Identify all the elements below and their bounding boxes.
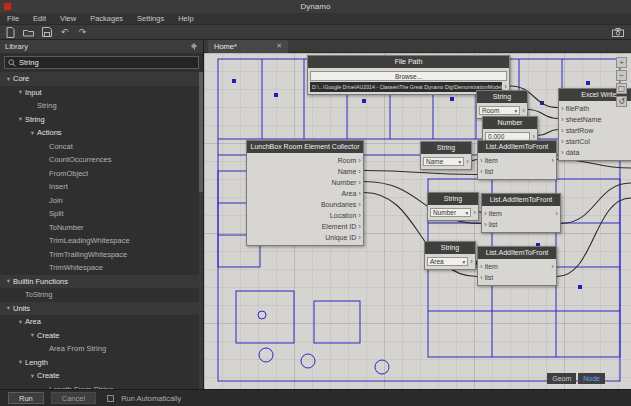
library-item-tostring[interactable]: ToString [0, 288, 203, 302]
export-image-button[interactable] [610, 26, 625, 38]
run-automatically-checkbox[interactable] [107, 395, 114, 402]
open-file-button[interactable] [21, 26, 36, 38]
node-string-area[interactable]: StringArea▾› [424, 241, 476, 270]
library-item-input[interactable]: ▾Input [0, 86, 203, 100]
input-port-item[interactable]: ›item [480, 263, 498, 271]
output-port[interactable]: › [470, 258, 473, 266]
expander-icon[interactable]: ▾ [28, 372, 37, 380]
redo-button[interactable]: ↷ [75, 26, 90, 38]
library-item-builtin-functions[interactable]: ▾Builtin Functions [0, 275, 203, 289]
library-item-actions[interactable]: ▾Actions [0, 126, 203, 140]
library-item-trimwhitespace[interactable]: TrimWhitespace [0, 261, 203, 275]
new-file-button[interactable] [3, 26, 18, 38]
library-scrollbar-thumb[interactable] [199, 72, 203, 192]
node-string-number[interactable]: StringNumber▾› [427, 192, 479, 221]
library-item-countoccurrences[interactable]: CountOccurrences [0, 153, 203, 167]
library-item-join[interactable]: Join [0, 194, 203, 208]
tab-home[interactable]: Home* ✕ [208, 40, 288, 53]
output-port-number[interactable]: Number› [331, 179, 361, 187]
save-button[interactable] [39, 26, 54, 38]
expander-icon[interactable]: ▾ [4, 277, 13, 285]
library-item-trimtrailingwhitespace[interactable]: TrimTrailingWhitespace [0, 248, 203, 262]
value-dropdown[interactable]: Room▾ [479, 106, 520, 115]
geometry-view-button[interactable]: Geom [547, 373, 576, 384]
output-port-area[interactable]: Area› [342, 190, 361, 198]
tab-close-icon[interactable]: ✕ [276, 42, 282, 50]
menu-file[interactable]: File [0, 14, 26, 23]
run-button[interactable]: Run [8, 392, 44, 404]
output-port-element-id[interactable]: Element ID› [322, 223, 361, 231]
expander-icon[interactable]: ▾ [28, 331, 37, 339]
output-port[interactable]: › [466, 158, 469, 166]
library-item-area-from-string[interactable]: Area From String [0, 342, 203, 356]
expander-icon[interactable]: ▾ [16, 358, 25, 366]
output-port-boundaries[interactable]: Boundaries› [321, 201, 361, 209]
output-port-out[interactable]: › [549, 263, 554, 271]
library-item-area[interactable]: ▾Area [0, 315, 203, 329]
library-item-string[interactable]: String [0, 99, 203, 113]
output-port[interactable]: › [522, 107, 525, 115]
expander-icon[interactable]: ▾ [16, 88, 25, 96]
library-item-string[interactable]: ▾String [0, 113, 203, 127]
undo-button[interactable]: ↶ [57, 26, 72, 38]
input-port-list[interactable]: ›list [480, 168, 493, 176]
node-string-room[interactable]: StringRoom▾› [476, 90, 528, 119]
expander-icon[interactable]: ▾ [4, 304, 13, 312]
output-port-name[interactable]: Name› [338, 168, 361, 176]
library-item-length[interactable]: ▾Length [0, 356, 203, 370]
node-room-collector[interactable]: LunchBox Room Element CollectorRoom›Name… [246, 140, 364, 246]
library-search-input[interactable] [19, 58, 195, 67]
value-dropdown[interactable]: Area▾ [427, 257, 468, 266]
node-add-item-1[interactable]: List.AddItemToFront›item››list [477, 140, 557, 180]
expander-icon[interactable]: ▾ [16, 318, 25, 326]
pin-icon[interactable] [190, 43, 198, 51]
input-port-list[interactable]: ›list [484, 221, 497, 229]
reset-view-button[interactable]: ↺ [616, 96, 627, 107]
zoom-fit-button[interactable]: ▢ [616, 83, 627, 94]
input-port-sheetname[interactable]: ›sheetName [561, 116, 601, 124]
library-item-length-from-string[interactable]: Length From String [0, 383, 203, 390]
library-item-core[interactable]: ▾Core [0, 72, 203, 86]
input-port-filepath[interactable]: ›filePath [561, 105, 589, 113]
expander-icon[interactable]: ▾ [28, 129, 37, 137]
input-port-list[interactable]: ›list [480, 274, 493, 282]
node-file-path[interactable]: File PathBrowse...D:\...\Google Drive\AU… [307, 55, 510, 95]
browse-button[interactable]: Browse... [310, 71, 507, 81]
menu-help[interactable]: Help [171, 14, 200, 23]
expander-icon[interactable]: ▾ [4, 75, 13, 83]
menu-view[interactable]: View [53, 14, 83, 23]
output-port-location[interactable]: Location› [330, 212, 361, 220]
node-add-item-3[interactable]: List.AddItemToFront›item››list [477, 246, 557, 286]
library-item-units[interactable]: ▾Units [0, 302, 203, 316]
library-item-create[interactable]: ▾Create [0, 329, 203, 343]
value-dropdown[interactable]: Name▾ [423, 157, 464, 166]
library-item-trimleadingwhitespace[interactable]: TrimLeadingWhitespace [0, 234, 203, 248]
input-port-startrow[interactable]: ›startRow [561, 127, 593, 135]
output-port-unique-id[interactable]: Unique ID› [325, 234, 361, 242]
value-dropdown[interactable]: Number▾ [430, 208, 471, 217]
library-item-concat[interactable]: Concat [0, 140, 203, 154]
node-string-name[interactable]: StringName▾› [420, 141, 472, 170]
library-item-split[interactable]: Split [0, 207, 203, 221]
output-port[interactable]: › [473, 209, 476, 217]
menu-packages[interactable]: Packages [83, 14, 130, 23]
output-port-out[interactable]: › [549, 157, 554, 165]
library-item-fromobject[interactable]: FromObject [0, 167, 203, 181]
library-scrollbar[interactable] [199, 72, 203, 389]
expander-icon[interactable]: ▾ [16, 115, 25, 123]
menu-settings[interactable]: Settings [130, 14, 171, 23]
output-port-out[interactable]: › [553, 210, 558, 218]
menu-edit[interactable]: Edit [26, 14, 53, 23]
cancel-button[interactable]: Cancel [51, 392, 96, 404]
library-search-box[interactable] [4, 56, 199, 69]
library-item-insert[interactable]: Insert [0, 180, 203, 194]
output-port-room[interactable]: Room› [338, 157, 361, 165]
input-port-startcol[interactable]: ›startCol [561, 138, 590, 146]
input-port-data[interactable]: ›data [561, 149, 579, 157]
zoom-out-button[interactable]: − [616, 70, 627, 81]
input-port-item[interactable]: ›item [480, 157, 498, 165]
node-add-item-2[interactable]: List.AddItemToFront›item››list [481, 193, 561, 233]
node-view-button[interactable]: Node [578, 373, 605, 384]
input-port-item[interactable]: ›item [484, 210, 502, 218]
zoom-in-button[interactable]: + [616, 57, 627, 68]
